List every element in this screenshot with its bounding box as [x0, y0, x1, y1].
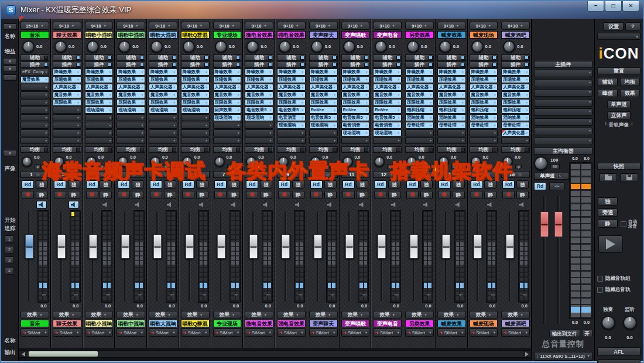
- mute-button[interactable]: 静: [453, 191, 465, 199]
- plugin-header[interactable]: 插件: [20, 61, 49, 68]
- plugin-slot[interactable]: 现场混响▼: [309, 122, 338, 129]
- solo-button[interactable]: 独: [356, 180, 368, 189]
- phase-button[interactable]: φ: [419, 164, 426, 169]
- solo-button[interactable]: 独: [164, 180, 176, 189]
- plugin-slot[interactable]: 压缩效果▼: [309, 76, 338, 83]
- mute-button[interactable]: 静: [260, 191, 272, 199]
- gain-knob[interactable]: [439, 40, 451, 53]
- plugin-slot[interactable]: 压缩效果▼: [277, 76, 306, 83]
- pan-knob[interactable]: [86, 156, 97, 167]
- output-select[interactable]: ➜StMart▼: [405, 328, 434, 337]
- plugin-slot[interactable]: 饱和压缩▼: [405, 107, 434, 114]
- chevron-down-icon[interactable]: ▼: [3, 23, 17, 30]
- channel-input-select[interactable]: 9+10▼: [405, 22, 434, 30]
- track-button-4[interactable]: 4: [5, 267, 14, 275]
- plugin-header[interactable]: 插件: [117, 61, 145, 68]
- volume-fader[interactable]: [502, 210, 518, 303]
- plugin-slot[interactable]: 混响效果▼: [437, 114, 466, 121]
- plugin-slot[interactable]: ▼: [53, 114, 81, 121]
- aux-header[interactable]: 辅助: [470, 54, 498, 61]
- plugin-slot[interactable]: 压限效果▼: [245, 99, 273, 106]
- plugin-slot[interactable]: ▼: [53, 129, 81, 136]
- speaker-button[interactable]: [517, 201, 527, 208]
- speaker-button[interactable]: [228, 201, 239, 208]
- master-eq-header[interactable]: 主均衡器: [534, 148, 592, 155]
- plugin-slot[interactable]: RoVee▼: [341, 107, 370, 114]
- channel-name[interactable]: 唱歌小混响: [85, 31, 114, 39]
- fader-handle[interactable]: [57, 234, 66, 259]
- channel-name[interactable]: 唱歌中混响: [117, 31, 145, 39]
- phase-button[interactable]: φ: [451, 164, 458, 169]
- plugin-slot[interactable]: 饱和压缩▼: [437, 107, 466, 114]
- channel-input-select[interactable]: 9+10▼: [213, 22, 242, 30]
- channel-input-select[interactable]: 9+10▼: [149, 22, 177, 30]
- channel-name[interactable]: 强电音效果: [277, 31, 306, 39]
- plugin-slot[interactable]: ▼: [245, 122, 273, 129]
- output-select[interactable]: ➜StMart▼: [277, 328, 306, 337]
- eq-header[interactable]: 均衡: [341, 146, 370, 153]
- solo-knob[interactable]: [601, 316, 615, 330]
- pan-knob[interactable]: [150, 156, 160, 167]
- hide-track-group-checkbox[interactable]: [597, 276, 603, 282]
- speaker-button[interactable]: [293, 201, 303, 208]
- plugin-slot[interactable]: ▼: [20, 122, 49, 129]
- master-plugin-slot[interactable]: ▼: [534, 138, 592, 145]
- plugin-header[interactable]: 插件: [53, 61, 81, 68]
- pan-knob[interactable]: [54, 156, 64, 167]
- plugin-header[interactable]: 插件: [181, 61, 210, 68]
- plugin-slot[interactable]: ▼: [181, 137, 210, 144]
- scrollbar-thumb[interactable]: [29, 351, 98, 357]
- plugin-slot[interactable]: 人声美化器▼: [470, 84, 498, 91]
- plugin-slot[interactable]: 人声美化器▼: [501, 129, 530, 136]
- eq-header[interactable]: 均衡: [181, 146, 210, 153]
- aux-header[interactable]: 辅助: [405, 54, 434, 61]
- fader-handle[interactable]: [378, 234, 386, 259]
- record-arm-button[interactable]: Rd: [278, 180, 290, 189]
- track-button-1[interactable]: 1: [5, 235, 14, 243]
- plugin-slot[interactable]: 压限效果▼: [501, 99, 530, 106]
- aux-header[interactable]: 辅助: [213, 54, 242, 61]
- plugin-slot[interactable]: 降噪效果▼: [501, 69, 530, 76]
- output-select[interactable]: ➜StMart▼: [470, 328, 498, 337]
- target-icon[interactable]: ◎: [228, 172, 232, 177]
- plugin-slot[interactable]: 压缩效果▼: [341, 76, 370, 83]
- plugin-slot[interactable]: 混响效果▼: [501, 114, 530, 121]
- minimize-button[interactable]: –: [587, 1, 604, 12]
- volume-fader[interactable]: [374, 210, 390, 303]
- plugin-slot[interactable]: 压缩效果▼: [149, 76, 177, 83]
- gain-knob[interactable]: [503, 40, 515, 53]
- speaker-button[interactable]: [132, 201, 143, 208]
- pan-knob[interactable]: [406, 156, 417, 167]
- fader-handle[interactable]: [474, 234, 482, 259]
- output-select[interactable]: ➜StMart▼: [309, 328, 338, 337]
- plugin-header[interactable]: 插件: [437, 61, 466, 68]
- fader-handle[interactable]: [441, 234, 450, 259]
- eq-header[interactable]: 均衡: [245, 146, 273, 153]
- plugin-slot[interactable]: 母带处理▼: [437, 122, 466, 129]
- eq-header[interactable]: 均衡: [437, 146, 466, 153]
- solo-button[interactable]: 独: [292, 180, 304, 189]
- gain-knob[interactable]: [279, 40, 291, 53]
- output-select[interactable]: ➜StMart▼: [213, 328, 242, 337]
- plugin-slot[interactable]: ▼: [245, 137, 273, 144]
- plugin-slot[interactable]: 母带处理▼: [501, 122, 530, 129]
- mute-button[interactable]: 静: [196, 191, 208, 199]
- output-select[interactable]: ➜StMart▼: [85, 328, 114, 337]
- reset-fx-button[interactable]: 效果: [620, 89, 640, 97]
- pan-knob[interactable]: [246, 156, 256, 167]
- plugin-slot[interactable]: 压限效果▼: [341, 99, 370, 106]
- fx-button[interactable]: 效果▼: [181, 311, 210, 319]
- plugin-slot[interactable]: ▼: [149, 114, 177, 121]
- master-fader-right[interactable]: [554, 196, 563, 326]
- phase-button[interactable]: φ: [163, 164, 169, 169]
- record-arm-button[interactable]: Rd: [471, 180, 483, 189]
- mute-button[interactable]: 静: [164, 191, 176, 199]
- master-plugin-slot[interactable]: ▼: [534, 108, 592, 116]
- target-icon[interactable]: ◎: [261, 172, 264, 177]
- plugin-slot[interactable]: 降噪效果▼: [245, 69, 273, 76]
- track-button-3[interactable]: 3: [5, 256, 14, 264]
- plugin-slot[interactable]: 电音效果5▼: [341, 114, 370, 121]
- fader-handle[interactable]: [217, 234, 226, 259]
- channel-input-select[interactable]: 9+10▼: [277, 22, 306, 30]
- fader-handle[interactable]: [185, 234, 194, 259]
